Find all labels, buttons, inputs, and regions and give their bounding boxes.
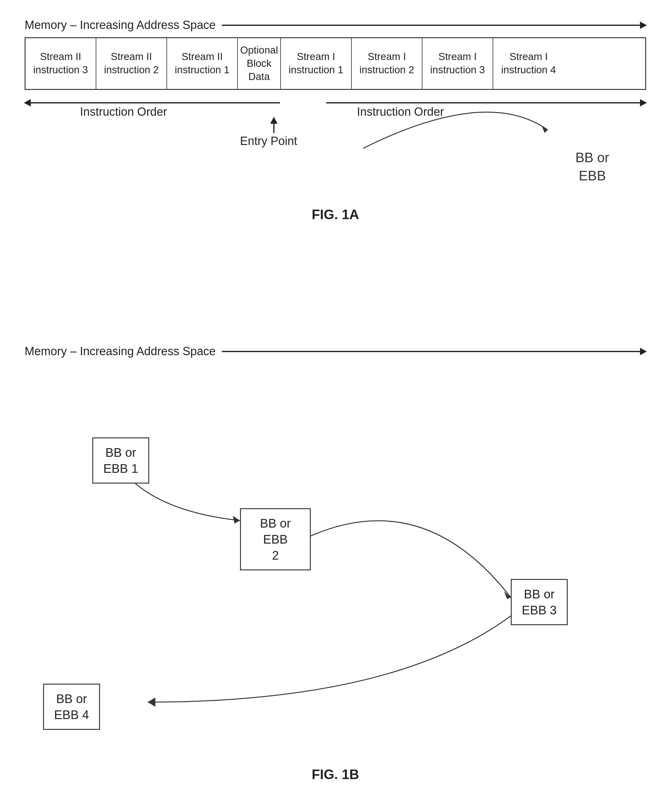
- fig1b-memory-arrow: [222, 351, 646, 352]
- fig1b-arrows-svg: [25, 364, 646, 764]
- svg-marker-1: [233, 516, 240, 524]
- fig1b-bb3-box: BB orEBB 3: [511, 579, 568, 625]
- svg-marker-3: [148, 697, 155, 707]
- block-s2-2: Stream IIinstruction 2: [96, 38, 167, 89]
- svg-marker-2: [504, 591, 511, 599]
- fig1a-section: Memory – Increasing Address Space Stream…: [25, 19, 646, 225]
- fig1a-instr-order-left: Instruction Order: [80, 105, 167, 119]
- fig1b-memory-arrow-row: Memory – Increasing Address Space: [25, 345, 646, 358]
- block-s2-1: Stream IIinstruction 1: [167, 38, 238, 89]
- fig1a-memory-label: Memory – Increasing Address Space: [25, 19, 216, 32]
- block-optional: OptionalBlockData: [238, 38, 281, 89]
- fig1a-memory-arrow: [222, 25, 646, 26]
- fig1a-memory-arrow-row: Memory – Increasing Address Space: [25, 19, 646, 32]
- fig1b-memory-label: Memory – Increasing Address Space: [25, 345, 216, 358]
- fig1a-entry-point-label: Entry Point: [240, 135, 297, 148]
- fig1b-caption: FIG. 1B: [25, 767, 646, 782]
- fig1b-bb4-box: BB orEBB 4: [43, 684, 100, 730]
- fig1a-bb-arrow-svg: [301, 68, 609, 160]
- fig1b-bb2-box: BB or EBB2: [240, 508, 311, 570]
- block-s2-3: Stream IIinstruction 3: [25, 38, 96, 89]
- fig1b-bb1-box: BB orEBB 1: [92, 437, 149, 484]
- fig1a-caption: FIG. 1A: [25, 207, 646, 222]
- fig1b-section: Memory – Increasing Address Space BB orE…: [25, 345, 646, 782]
